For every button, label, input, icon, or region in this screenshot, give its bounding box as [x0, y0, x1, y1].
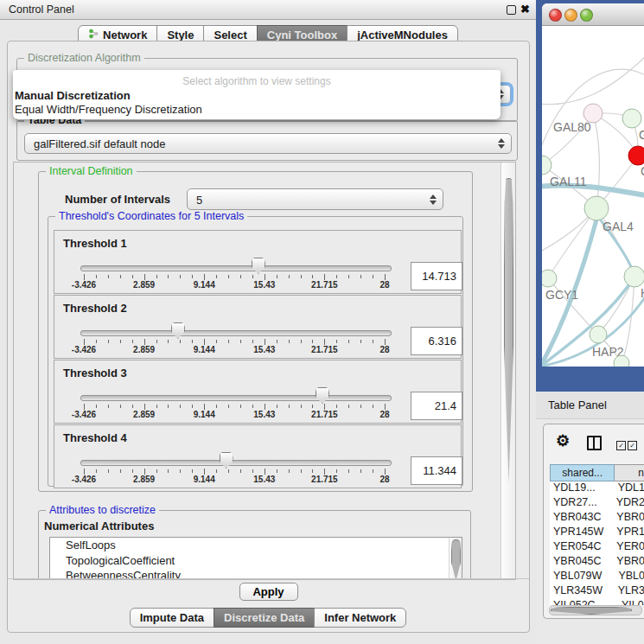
table-panel-box: ⚙ shared... n YDL19...YDL1YDR27...YDR2YB… — [543, 424, 644, 619]
table-row[interactable]: YDL19...YDL1 — [550, 481, 644, 496]
threshold-value-field[interactable]: 14.713 — [411, 262, 462, 290]
tick-label: 15.43 — [253, 280, 275, 290]
graph-node[interactable] — [624, 266, 644, 287]
tick-mark — [156, 340, 157, 343]
cell-name: YIL0 — [615, 599, 644, 605]
tick-label: 21.715 — [311, 410, 338, 419]
zoom-traffic-light-icon[interactable] — [580, 9, 593, 22]
tick-mark — [385, 339, 386, 345]
table-hscrollbar-thumb[interactable] — [551, 607, 632, 615]
attributes-group: Attributes to discretize Numerical Attri… — [38, 510, 471, 580]
cell-name: YER0 — [610, 540, 644, 555]
table-row[interactable]: YDR27...YDR2 — [550, 496, 644, 511]
graph-node[interactable] — [614, 355, 629, 367]
graph-node[interactable] — [584, 196, 609, 220]
main-scrollbar-thumb[interactable] — [504, 178, 513, 482]
close-icon[interactable]: ✖ — [520, 3, 530, 16]
checkbox-icon[interactable] — [628, 441, 637, 450]
column-header-shared[interactable]: shared... — [550, 464, 615, 481]
threshold-value-field[interactable]: 6.316 — [411, 327, 462, 355]
table-row[interactable]: YLR345WYLR3 — [550, 584, 644, 599]
tick-label: 2.859 — [133, 475, 155, 484]
tab-infer-network[interactable]: Infer Network — [314, 608, 406, 628]
list-scrollbar — [449, 538, 462, 580]
tick-mark — [120, 405, 121, 408]
tick-mark — [204, 469, 205, 475]
tick-mark — [277, 275, 277, 278]
tick-mark — [204, 274, 205, 280]
graph-node[interactable] — [622, 109, 641, 128]
tick-mark — [168, 275, 169, 278]
graph-node-label: GAL4 — [603, 220, 634, 233]
graph-node[interactable] — [628, 146, 644, 165]
table-row[interactable]: YBR043CYBR0 — [550, 511, 644, 526]
algorithm-option[interactable]: Manual Discretization — [15, 89, 131, 102]
cell-shared-name: YIL052C — [550, 599, 615, 605]
algorithm-option[interactable]: Equal Width/Frequency Discretization — [15, 103, 202, 116]
tick-mark — [265, 404, 265, 410]
tick-mark — [96, 340, 97, 343]
slider-track[interactable] — [80, 330, 392, 336]
graph-node[interactable] — [542, 270, 557, 287]
tick-mark — [240, 405, 241, 408]
tick-mark — [385, 404, 386, 410]
minimize-traffic-light-icon[interactable] — [564, 9, 577, 22]
cell-shared-name: YBR043C — [550, 511, 610, 526]
tick-mark — [204, 404, 205, 410]
slider-thumb[interactable] — [171, 322, 185, 339]
tick-mark — [144, 339, 145, 345]
threshold-label: Threshold 4 — [63, 431, 127, 444]
cell-name: YBR0 — [610, 511, 644, 526]
tick-mark — [360, 405, 361, 408]
threshold-value-field[interactable]: 21.4 — [411, 392, 462, 420]
network-canvas[interactable]: GAL80GACGAL11GAL4GCY1HHAP2 — [542, 26, 644, 367]
tick-mark — [240, 275, 241, 278]
numerical-attributes-label: Numerical Attributes — [44, 520, 154, 532]
attribute-list-item[interactable]: SelfLoops — [50, 538, 462, 553]
tick-mark — [156, 405, 157, 408]
threshold-panel: Threshold 1-3.4262.8599.14415.4321.71528… — [54, 230, 462, 294]
slider-track[interactable] — [80, 265, 392, 271]
slider-thumb[interactable] — [220, 452, 233, 469]
tick-mark — [301, 340, 302, 343]
table-row[interactable]: YPR145WYPR1 — [550, 526, 644, 540]
graph-node[interactable] — [590, 326, 607, 343]
slider-track[interactable] — [80, 395, 392, 401]
list-scrollbar-thumb[interactable] — [451, 539, 461, 580]
apply-button[interactable]: Apply — [239, 583, 298, 601]
threshold-value-field[interactable]: 11.344 — [411, 456, 462, 485]
network-window-titlebar[interactable] — [542, 3, 644, 26]
split-columns-icon[interactable] — [587, 436, 602, 450]
tab-label: Discretize Data — [224, 609, 304, 627]
bottom-tab-strip: Impute DataDiscretize DataInfer Network — [0, 608, 536, 628]
column-header-name[interactable]: n — [615, 464, 644, 481]
attribute-list-item[interactable]: TopologicalCoefficient — [50, 553, 462, 569]
slider-thumb[interactable] — [316, 387, 329, 404]
gear-icon[interactable]: ⚙ — [556, 433, 570, 449]
tab-discretize-data[interactable]: Discretize Data — [214, 608, 315, 628]
tick-mark — [312, 275, 313, 278]
tick-mark — [108, 469, 109, 473]
slider-thumb[interactable] — [252, 258, 265, 274]
table-row[interactable]: YBR045CYBR0 — [550, 555, 644, 570]
float-window-icon[interactable] — [507, 5, 516, 15]
node-table: shared... n YDL19...YDL1YDR27...YDR2YBR0… — [550, 464, 644, 605]
table-row[interactable]: YBL079WYBL0 — [550, 570, 644, 584]
tick-mark — [84, 404, 85, 410]
table-row[interactable]: YER054CYER0 — [550, 540, 644, 555]
table-row[interactable]: YIL052CYIL0 — [550, 599, 644, 605]
tick-mark — [348, 405, 349, 408]
cell-name: YPR1 — [610, 526, 644, 540]
tab-impute-data[interactable]: Impute Data — [130, 608, 214, 628]
tick-mark — [180, 405, 181, 408]
num-intervals-combo[interactable]: 5 — [187, 188, 443, 210]
checkbox-icon[interactable] — [616, 441, 626, 450]
table-data-combo-value: galFiltered.sif default node — [34, 137, 165, 150]
tick-mark — [289, 340, 290, 343]
tick-mark — [252, 469, 253, 473]
tick-mark — [336, 405, 337, 408]
close-traffic-light-icon[interactable] — [549, 9, 562, 22]
table-data-combo[interactable]: galFiltered.sif default node — [24, 133, 512, 154]
slider-track[interactable] — [80, 460, 392, 466]
chevron-updown-icon — [430, 194, 437, 205]
